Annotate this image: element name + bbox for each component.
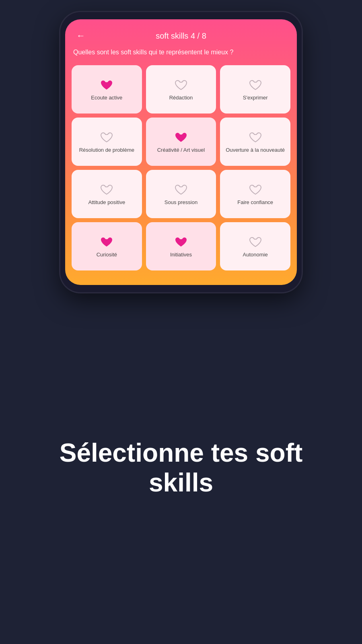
skill-card-autonomie[interactable]: Autonomie xyxy=(220,222,290,270)
bottom-title: Sélectionne tes soft skills xyxy=(24,438,338,497)
screen-background: ← soft skills 4 / 8 Quelles sont les sof… xyxy=(65,19,297,285)
bottom-text-section: Sélectionne tes soft skills xyxy=(0,292,362,644)
skill-card-redaction[interactable]: Rédaction xyxy=(146,65,216,114)
skill-card-sous-pression[interactable]: Sous pression xyxy=(146,170,216,218)
heart-icon-outline xyxy=(249,184,262,195)
skill-label: Attitude positive xyxy=(88,199,125,206)
skill-card-resolution[interactable]: Résolution de problème xyxy=(72,118,142,166)
heart-icon-filled xyxy=(100,79,113,91)
skill-label: Autonomie xyxy=(243,252,268,258)
heart-icon-filled xyxy=(100,236,113,248)
skills-grid: Ecoute active Rédaction S'exprimer xyxy=(65,65,297,277)
skill-label: Curiosité xyxy=(97,252,117,258)
page-title: soft skills 4 / 8 xyxy=(156,31,206,41)
skill-card-sexprimer[interactable]: S'exprimer xyxy=(220,65,290,114)
skill-label: Ecoute active xyxy=(91,95,122,101)
skill-label: Créativité / Art visuel xyxy=(157,147,205,154)
skill-label: Résolution de problème xyxy=(79,147,134,154)
back-button[interactable]: ← xyxy=(73,29,88,43)
phone-frame: ← soft skills 4 / 8 Quelles sont les sof… xyxy=(60,12,302,292)
heart-icon-outline xyxy=(249,236,262,248)
screen-header: ← soft skills 4 / 8 xyxy=(65,19,297,47)
skill-card-ouverture[interactable]: Ouverture à la nouveauté xyxy=(220,118,290,166)
skill-label: Faire confiance xyxy=(237,199,273,206)
heart-icon-filled xyxy=(175,236,187,248)
skill-card-creativite[interactable]: Créativité / Art visuel xyxy=(146,118,216,166)
skill-label: Ouverture à la nouveauté xyxy=(226,147,285,154)
skill-label: S'exprimer xyxy=(243,95,268,101)
skill-card-attitude-positive[interactable]: Attitude positive xyxy=(72,170,142,218)
skill-card-faire-confiance[interactable]: Faire confiance xyxy=(220,170,290,218)
heart-icon-outline xyxy=(100,184,113,195)
heart-icon-filled xyxy=(175,132,187,143)
skill-card-curiosite[interactable]: Curiosité xyxy=(72,222,142,270)
skill-label: Rédaction xyxy=(169,95,193,101)
heart-icon-outline xyxy=(100,132,113,143)
skill-card-initiatives[interactable]: Initiatives xyxy=(146,222,216,270)
heart-icon-outline xyxy=(249,132,262,143)
heart-icon-outline xyxy=(175,184,187,195)
phone-screen: ← soft skills 4 / 8 Quelles sont les sof… xyxy=(65,19,297,285)
screen-subtitle: Quelles sont les soft skills qui te repr… xyxy=(65,47,297,65)
heart-icon-outline xyxy=(175,79,187,91)
skill-label: Sous pression xyxy=(165,199,197,206)
skill-label: Initiatives xyxy=(170,252,192,258)
heart-icon-outline xyxy=(249,79,262,91)
skill-card-ecoute-active[interactable]: Ecoute active xyxy=(72,65,142,114)
page-wrapper: ← soft skills 4 / 8 Quelles sont les sof… xyxy=(0,0,362,644)
